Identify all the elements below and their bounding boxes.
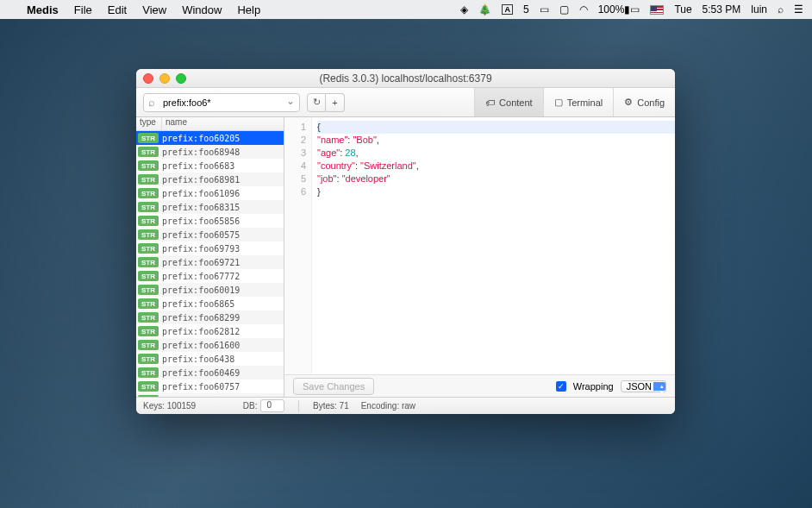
column-type[interactable]: type <box>136 117 162 130</box>
app-window: (Redis 3.0.3) localhost/localhost:6379 ↻… <box>136 69 675 414</box>
type-badge: STR <box>138 381 159 392</box>
key-name: prefix:foo60205 <box>162 134 240 143</box>
app-menu[interactable]: Medis <box>19 3 66 16</box>
key-name: prefix:foo60019 <box>162 285 240 295</box>
key-row[interactable]: STRprefix:foo65856 <box>136 214 284 228</box>
key-row[interactable]: STRprefix:foo68981 <box>136 172 284 186</box>
statusbar: Keys: 100159 DB: 0 Bytes: 71 Encoding: r… <box>136 397 675 414</box>
airplay-icon[interactable]: ▢ <box>559 3 569 16</box>
db-label: DB: <box>243 401 258 411</box>
window-menu[interactable]: Window <box>174 3 229 16</box>
type-badge: STR <box>138 174 159 185</box>
window-close-button[interactable] <box>143 73 153 84</box>
key-row[interactable]: STRprefix:foo6438 <box>136 352 284 366</box>
macos-menubar: Medis File Edit View Window Help ◈ 🎄 A 5… <box>0 0 812 19</box>
window-titlebar[interactable]: (Redis 3.0.3) localhost/localhost:6379 <box>136 69 675 88</box>
key-row[interactable]: STRprefix:foo61600 <box>136 338 284 352</box>
plus-icon: + <box>332 97 337 108</box>
help-menu[interactable]: Help <box>229 3 268 16</box>
save-changes-button[interactable]: Save Changes <box>293 378 374 395</box>
bluetooth-icon[interactable]: ◈ <box>460 3 468 16</box>
key-row[interactable]: STRprefix:foo6865 <box>136 297 284 310</box>
key-name: prefix:foo60469 <box>162 368 240 378</box>
wrapping-checkbox[interactable]: ✓ <box>556 381 566 392</box>
input-source-flag-icon[interactable] <box>650 5 664 15</box>
window-title: (Redis 3.0.3) localhost/localhost:6379 <box>319 72 491 85</box>
key-row[interactable]: STRprefix:foo60205 <box>136 131 284 145</box>
column-name[interactable]: name <box>162 117 284 130</box>
key-name: prefix:foo69793 <box>162 244 240 254</box>
key-sidebar: type name STRprefix:foo60205STRprefix:fo… <box>136 117 284 397</box>
wifi-icon[interactable]: ◠ <box>579 3 588 16</box>
refresh-icon: ↻ <box>313 97 321 108</box>
chevron-updown-icon: ▴▾ <box>660 383 664 395</box>
keys-count: Keys: 100159 <box>143 401 196 411</box>
tree-icon[interactable]: 🎄 <box>478 3 491 16</box>
key-name: prefix:foo68315 <box>162 203 240 212</box>
key-name: prefix:foo68299 <box>162 313 240 323</box>
key-name: prefix:foo6683 <box>162 161 234 171</box>
key-row[interactable]: STRprefix:foo68299 <box>136 310 284 324</box>
key-row[interactable]: STRprefix:foo69721 <box>136 255 284 269</box>
key-row[interactable]: STRprefix:foo68948 <box>136 145 284 159</box>
toolbar: ↻ + 🏷Content ▢Terminal ⚙Config <box>136 88 675 117</box>
user-name[interactable]: luin <box>751 3 767 16</box>
type-badge: STR <box>138 216 159 226</box>
key-name: prefix:foo60575 <box>162 230 240 240</box>
clock-time[interactable]: 5:53 PM <box>703 3 741 16</box>
type-badge: STR <box>138 229 159 240</box>
key-row[interactable]: STRprefix:foo69307 <box>136 393 284 397</box>
key-name: prefix:foo67772 <box>162 272 240 281</box>
window-minimize-button[interactable] <box>159 73 170 84</box>
key-name: prefix:foo68981 <box>162 175 240 185</box>
display-icon[interactable]: ▭ <box>540 3 549 16</box>
type-badge: STR <box>138 312 159 323</box>
key-row[interactable]: STRprefix:foo60757 <box>136 379 284 393</box>
refresh-button[interactable]: ↻ <box>307 93 326 112</box>
view-menu[interactable]: View <box>134 3 174 16</box>
key-list-header: type name <box>136 117 284 131</box>
key-row[interactable]: STRprefix:foo60575 <box>136 228 284 241</box>
key-row[interactable]: STRprefix:foo61096 <box>136 186 284 200</box>
file-menu[interactable]: File <box>66 3 100 16</box>
key-name: prefix:foo6438 <box>162 354 234 364</box>
key-name: prefix:foo69721 <box>162 258 240 267</box>
gear-icon: ⚙ <box>624 97 633 108</box>
window-maximize-button[interactable] <box>176 73 186 84</box>
key-name: prefix:foo65856 <box>162 216 240 226</box>
spotlight-icon[interactable]: ⌕ <box>778 3 784 16</box>
key-row[interactable]: STRprefix:foo60019 <box>136 283 284 297</box>
value-editor: 123456 { "name": "Bob", "age": 28, "coun… <box>284 117 675 397</box>
key-row[interactable]: STRprefix:foo68315 <box>136 200 284 214</box>
type-badge: STR <box>138 243 159 254</box>
key-row[interactable]: STRprefix:foo67772 <box>136 269 284 283</box>
key-list[interactable]: STRprefix:foo60205STRprefix:foo68948STRp… <box>136 131 284 397</box>
terminal-icon: ▢ <box>554 97 563 108</box>
key-search-input[interactable] <box>143 93 300 112</box>
notification-count[interactable]: 5 <box>523 3 529 16</box>
tab-content[interactable]: 🏷Content <box>474 88 543 116</box>
tab-terminal[interactable]: ▢Terminal <box>543 88 614 116</box>
key-row[interactable]: STRprefix:foo62812 <box>136 324 284 338</box>
key-name: prefix:foo62812 <box>162 327 240 336</box>
key-name: prefix:foo68948 <box>162 147 240 157</box>
type-badge: STR <box>138 202 159 212</box>
tab-config[interactable]: ⚙Config <box>613 88 675 116</box>
key-name: prefix:foo69307 <box>162 396 240 398</box>
code-content[interactable]: { "name": "Bob", "age": 28, "country": "… <box>312 117 675 374</box>
encoding-info: Encoding: raw <box>361 401 415 411</box>
key-row[interactable]: STRprefix:foo60469 <box>136 366 284 379</box>
type-badge: STR <box>138 147 159 157</box>
key-row[interactable]: STRprefix:foo69793 <box>136 241 284 255</box>
edit-menu[interactable]: Edit <box>100 3 134 16</box>
db-select[interactable]: 0 <box>260 399 284 412</box>
battery-status[interactable]: 100% ▮▭ <box>598 3 640 16</box>
type-badge: STR <box>138 395 159 397</box>
adobe-icon[interactable]: A <box>502 4 513 15</box>
key-name: prefix:foo60757 <box>162 382 240 392</box>
key-row[interactable]: STRprefix:foo6683 <box>136 159 284 172</box>
clock-day[interactable]: Tue <box>674 3 691 16</box>
notification-center-icon[interactable]: ☰ <box>794 3 803 16</box>
format-select[interactable]: JSON <box>621 380 666 392</box>
add-key-button[interactable]: + <box>326 93 345 112</box>
